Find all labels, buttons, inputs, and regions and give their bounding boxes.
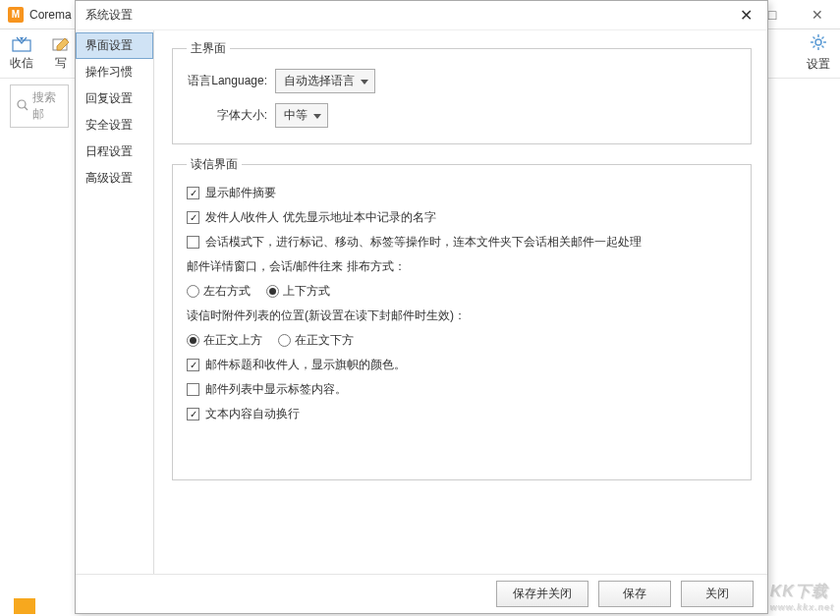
svg-line-10	[822, 37, 824, 39]
main-ui-legend: 主界面	[187, 40, 230, 57]
save-button[interactable]: 保存	[598, 581, 671, 607]
svg-point-11	[18, 100, 26, 108]
app-logo-icon: M	[8, 7, 24, 23]
sidebar-item-behavior[interactable]: 操作习惯	[76, 59, 153, 85]
radio-below-body[interactable]	[278, 334, 291, 347]
checkbox-show-tags[interactable]	[187, 383, 199, 396]
main-ui-section: 主界面 语言Language: 自动选择语言 字体大小: 中等	[172, 40, 752, 144]
label-word-wrap: 文本内容自动换行	[205, 406, 300, 422]
svg-point-2	[815, 39, 821, 45]
read-ui-legend: 读信界面	[187, 156, 242, 173]
svg-rect-0	[13, 40, 30, 51]
save-close-button[interactable]: 保存并关闭	[496, 581, 588, 607]
sidebar-item-advanced[interactable]: 高级设置	[76, 165, 153, 192]
checkbox-flag-color[interactable]	[187, 359, 199, 371]
svg-line-8	[822, 46, 824, 48]
dialog-title: 系统设置	[85, 7, 734, 24]
label-sender-address: 发件人/收件人 优先显示地址本中记录的名字	[205, 209, 436, 226]
checkbox-show-summary[interactable]	[187, 187, 199, 199]
compose-icon	[51, 35, 71, 53]
checkbox-word-wrap[interactable]	[187, 408, 199, 420]
label-flag-color: 邮件标题和收件人，显示旗帜的颜色。	[205, 357, 406, 373]
search-input[interactable]: 搜索邮	[10, 84, 69, 128]
label-above-body: 在正文上方	[203, 332, 262, 349]
write-button[interactable]: 写	[51, 35, 71, 72]
receive-button[interactable]: 收信	[10, 35, 33, 72]
sidebar-item-security[interactable]: 安全设置	[76, 112, 153, 139]
svg-line-12	[25, 107, 28, 110]
radio-left-right[interactable]	[187, 285, 199, 298]
svg-line-7	[813, 37, 815, 39]
write-label: 写	[55, 55, 67, 72]
read-ui-section: 读信界面 显示邮件摘要 发件人/收件人 优先显示地址本中记录的名字 会话模式下，…	[172, 156, 752, 480]
label-show-summary: 显示邮件摘要	[205, 185, 276, 201]
label-up-down: 上下方式	[283, 283, 330, 300]
label-below-body: 在正文下方	[295, 332, 354, 349]
attach-label: 读信时附件列表的位置(新设置在读下封邮件时生效)：	[187, 308, 737, 324]
sidebar-item-schedule[interactable]: 日程设置	[76, 139, 153, 165]
dialog-close-button[interactable]: ✕	[734, 4, 757, 28]
settings-sidebar: 界面设置 操作习惯 回复设置 安全设置 日程设置 高级设置	[76, 30, 154, 574]
language-label: 语言Language:	[187, 73, 275, 89]
sidebar-item-ui[interactable]: 界面设置	[76, 32, 153, 59]
fontsize-label: 字体大小:	[187, 107, 275, 124]
label-left-right: 左右方式	[203, 283, 251, 300]
radio-up-down[interactable]	[266, 285, 279, 298]
main-title: Corema	[29, 8, 72, 22]
dialog-titlebar: 系统设置 ✕	[76, 1, 767, 30]
dialog-footer: 保存并关闭 保存 关闭	[76, 574, 767, 613]
search-icon	[17, 99, 28, 114]
window-close-button[interactable]: ✕	[795, 0, 840, 29]
fontsize-select[interactable]: 中等	[275, 103, 328, 128]
checkbox-sender-address[interactable]	[187, 211, 199, 224]
inbox-icon	[12, 35, 31, 53]
layout-label: 邮件详情窗口，会话/邮件往来 排布方式：	[187, 258, 737, 275]
search-placeholder: 搜索邮	[32, 89, 62, 123]
checkbox-conv-ops[interactable]	[187, 236, 199, 249]
language-select[interactable]: 自动选择语言	[275, 69, 375, 93]
settings-label: 设置	[807, 56, 830, 73]
settings-content: 主界面 语言Language: 自动选择语言 字体大小: 中等 读信界面	[154, 30, 767, 574]
settings-dialog: 系统设置 ✕ 界面设置 操作习惯 回复设置 安全设置 日程设置 高级设置 主界面…	[75, 0, 768, 614]
label-conv-ops: 会话模式下，进行标记、移动、标签等操作时，连本文件夹下会话相关邮件一起处理	[205, 234, 642, 251]
receive-label: 收信	[10, 55, 33, 72]
gear-icon	[810, 33, 827, 54]
label-show-tags: 邮件列表中显示标签内容。	[205, 381, 347, 398]
watermark: KK下载 www.kkx.net	[770, 582, 834, 612]
mail-icon	[14, 598, 35, 614]
status-bar-icon	[14, 598, 35, 614]
close-button[interactable]: 关闭	[681, 581, 754, 607]
radio-above-body[interactable]	[187, 334, 199, 347]
settings-button[interactable]: 设置	[807, 33, 830, 73]
svg-line-9	[813, 46, 815, 48]
sidebar-item-reply[interactable]: 回复设置	[76, 85, 153, 112]
